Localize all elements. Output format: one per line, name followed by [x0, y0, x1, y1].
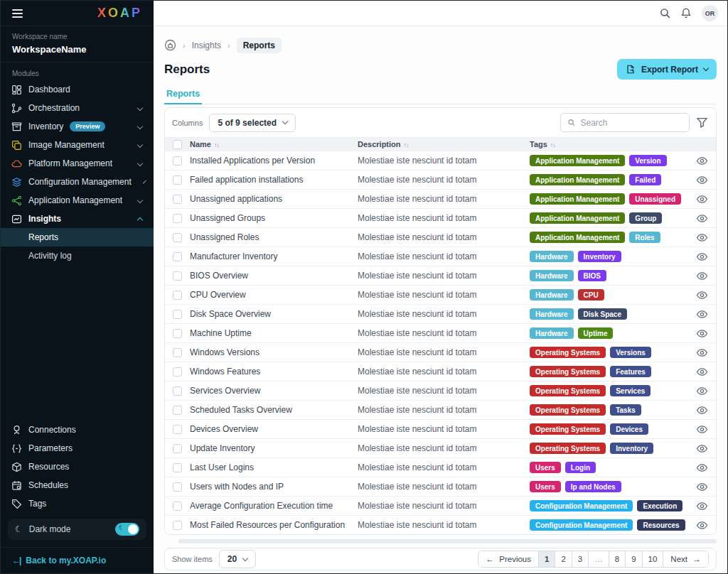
sidebar-item-dashboard[interactable]: Dashboard	[1, 80, 154, 99]
row-checkbox[interactable]	[173, 252, 182, 261]
table-row[interactable]: Last User LoginsMolestiae iste nesciunt …	[165, 457, 716, 477]
row-checkbox[interactable]	[173, 521, 182, 530]
breadcrumb-insights[interactable]: Insights	[192, 40, 221, 50]
user-avatar[interactable]: OR	[702, 5, 718, 21]
sidebar-item-inventory[interactable]: InventoryPreview	[1, 117, 154, 136]
view-report-button[interactable]	[696, 289, 708, 301]
table-row[interactable]: Devices OverviewMolestiae iste nesciunt …	[165, 419, 716, 438]
row-checkbox[interactable]	[173, 310, 182, 319]
row-checkbox[interactable]	[173, 406, 182, 415]
page-button-10[interactable]: 10	[642, 551, 663, 567]
row-checkbox[interactable]	[173, 291, 182, 300]
table-row[interactable]: Windows VersionsMolestiae iste nesciunt …	[165, 342, 716, 362]
table-row[interactable]: Unassigned RolesMolestiae iste nesciunt …	[165, 227, 716, 247]
view-report-button[interactable]	[696, 500, 708, 512]
page-size-dropdown[interactable]: 20	[219, 550, 256, 568]
horizontal-scrollbar[interactable]	[178, 539, 717, 543]
table-row[interactable]: Unassigned applicationsMolestiae iste ne…	[165, 189, 716, 208]
row-checkbox[interactable]	[173, 195, 182, 204]
table-row[interactable]: Failed application installationsMolestia…	[165, 170, 716, 189]
table-row[interactable]: Installed Applications per VersionMolest…	[165, 151, 716, 170]
page-button-2[interactable]: 2	[555, 551, 571, 567]
row-checkbox[interactable]	[173, 425, 182, 434]
back-link[interactable]: ←| Back to my.XOAP.io	[1, 548, 154, 573]
view-report-button[interactable]	[696, 423, 708, 435]
tab-reports[interactable]: Reports	[164, 89, 202, 104]
view-report-button[interactable]	[696, 481, 708, 493]
view-report-button[interactable]	[696, 519, 708, 531]
table-row[interactable]: Most Failed Resources per ConfigurationM…	[165, 515, 716, 534]
column-header-name[interactable]: Name↑↓	[190, 140, 358, 148]
export-report-button[interactable]: Export Report	[617, 59, 717, 80]
row-checkbox[interactable]	[173, 214, 182, 223]
view-report-button[interactable]	[696, 443, 708, 455]
row-checkbox[interactable]	[173, 175, 182, 185]
view-report-button[interactable]	[696, 347, 708, 359]
row-checkbox[interactable]	[173, 502, 182, 511]
sidebar-item-tags[interactable]: Tags	[1, 494, 154, 513]
sidebar-item-insights[interactable]: Insights	[1, 210, 154, 228]
home-icon[interactable]	[164, 39, 176, 51]
view-report-button[interactable]	[696, 308, 708, 320]
view-report-button[interactable]	[696, 404, 708, 416]
table-row[interactable]: Unassigned GroupsMolestiae iste nesciunt…	[165, 208, 716, 227]
sidebar-item-orchestration[interactable]: Orchestration	[1, 99, 154, 117]
sidebar-item-application-management[interactable]: Application Management	[1, 191, 154, 210]
table-row[interactable]: Update InventoryMolestiae iste nesciunt …	[165, 438, 716, 457]
table-row[interactable]: Users with Nodes and IPMolestiae iste ne…	[165, 477, 716, 496]
dark-mode-toggle[interactable]: ☾	[115, 523, 139, 536]
table-row[interactable]: Disk Space OverviewMolestiae iste nesciu…	[165, 304, 716, 323]
sidebar-item-connections[interactable]: Connections	[1, 421, 154, 439]
row-checkbox[interactable]	[173, 233, 182, 242]
view-report-button[interactable]	[696, 327, 708, 340]
view-report-button[interactable]	[696, 270, 708, 282]
row-checkbox[interactable]	[173, 367, 182, 377]
view-report-button[interactable]	[696, 251, 708, 263]
view-report-button[interactable]	[696, 193, 708, 205]
page-button-1[interactable]: 1	[538, 551, 555, 567]
view-report-button[interactable]	[696, 462, 708, 474]
view-report-button[interactable]	[696, 174, 708, 186]
view-report-button[interactable]	[696, 385, 708, 397]
row-checkbox[interactable]	[173, 156, 182, 166]
breadcrumb-reports[interactable]: Reports	[237, 38, 282, 53]
page-button-9[interactable]: 9	[625, 551, 641, 567]
column-header-tags[interactable]: Tags↑↓	[530, 140, 687, 148]
table-row[interactable]: CPU OverviewMolestiae iste nesciunt id t…	[165, 285, 716, 304]
column-header-description[interactable]: Description↑↓	[358, 140, 530, 148]
sidebar-subitem-reports[interactable]: Reports	[1, 228, 154, 247]
columns-dropdown[interactable]: 5 of 9 selected	[209, 114, 296, 132]
menu-icon[interactable]	[12, 7, 23, 20]
view-report-button[interactable]	[696, 155, 708, 167]
sidebar-item-platform-management[interactable]: Platform Management	[1, 154, 154, 173]
page-button-3[interactable]: 3	[572, 551, 588, 567]
select-all-checkbox[interactable]	[173, 140, 182, 149]
filter-icon[interactable]	[696, 117, 709, 129]
page-button-8[interactable]: 8	[609, 551, 625, 567]
sidebar-item-configuration-management[interactable]: Configuration Management	[1, 173, 154, 191]
table-row[interactable]: Scheduled Tasks OverviewMolestiae iste n…	[165, 400, 716, 419]
row-checkbox[interactable]	[173, 271, 182, 281]
view-report-button[interactable]	[696, 366, 708, 378]
sidebar-item-resources[interactable]: Resources	[1, 457, 154, 476]
sidebar-item-schedules[interactable]: Schedules	[1, 476, 154, 494]
row-checkbox[interactable]	[173, 444, 182, 453]
table-row[interactable]: Services OverviewMolestiae iste nesciunt…	[165, 381, 716, 400]
row-checkbox[interactable]	[173, 348, 182, 357]
sidebar-item-parameters[interactable]: Parameters	[1, 439, 154, 457]
view-report-button[interactable]	[696, 232, 708, 244]
next-page-button[interactable]: Next→	[663, 551, 708, 567]
table-row[interactable]: Windows FeaturesMolestiae iste nesciunt …	[165, 362, 716, 381]
row-checkbox[interactable]	[173, 329, 182, 338]
previous-page-button[interactable]: ←Previous	[478, 551, 538, 567]
view-report-button[interactable]	[696, 212, 708, 224]
row-checkbox[interactable]	[173, 482, 182, 492]
table-row[interactable]: BIOS OverviewMolestiae iste nesciunt id …	[165, 266, 716, 285]
search-input[interactable]	[581, 118, 682, 128]
notifications-bell-icon[interactable]	[680, 7, 692, 19]
search-icon[interactable]	[659, 7, 671, 19]
table-row[interactable]: Machine UptimeMolestiae iste nesciunt id…	[165, 323, 716, 342]
sidebar-subitem-activitty-log[interactable]: Activitty log	[1, 247, 154, 265]
table-row[interactable]: Average Configuration Execution timeMole…	[165, 496, 716, 515]
table-row[interactable]: Manufacturer InventoryMolestiae iste nes…	[165, 247, 716, 266]
